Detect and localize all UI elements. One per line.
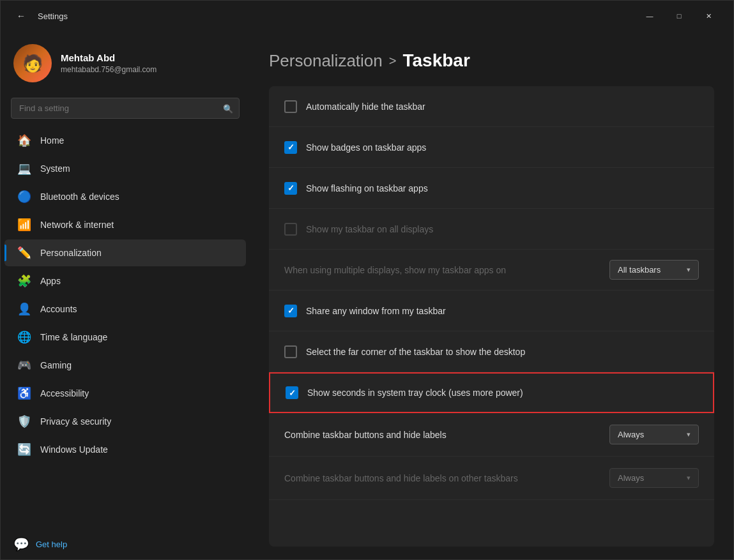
nav-apps-label: Apps: [40, 276, 61, 286]
content-area: 🧑 Mehtab Abd mehtababd.756@gmail.com 🔍 🏠…: [1, 31, 733, 559]
label-share-window: Share any window from my taskbar: [306, 306, 446, 316]
combine-buttons-dropdown[interactable]: Always ▾: [609, 425, 699, 444]
nav-accounts[interactable]: 👤 Accounts: [4, 296, 246, 322]
setting-show-flashing: Show flashing on taskbar apps: [269, 168, 714, 209]
breadcrumb-arrow: >: [389, 54, 397, 68]
checkbox-show-seconds[interactable]: [286, 386, 298, 399]
chevron-down-icon-3: ▾: [687, 474, 691, 482]
nav-apps[interactable]: 🧩 Apps: [4, 268, 246, 294]
nav-network[interactable]: 📶 Network & internet: [4, 211, 246, 238]
titlebar-left: ← Settings: [11, 6, 68, 26]
multi-display-label: When using multiple displays, show my ta…: [284, 265, 600, 275]
label-far-corner: Select the far corner of the taskbar to …: [306, 347, 525, 357]
system-icon: 💻: [17, 162, 31, 176]
checkbox-share-window[interactable]: [284, 305, 297, 317]
get-help-link[interactable]: Get help: [36, 540, 67, 549]
multi-display-label-block: When using multiple displays, show my ta…: [284, 265, 600, 275]
page-header: Personalization > Taskbar: [269, 50, 714, 71]
label-show-seconds: Show seconds in system tray clock (uses …: [307, 388, 523, 398]
nav-personalization-label: Personalization: [40, 248, 102, 258]
nav-accessibility[interactable]: ♿ Accessibility: [4, 380, 246, 407]
main-content: Personalization > Taskbar Automatically …: [250, 31, 733, 559]
titlebar: ← Settings — □ ✕: [1, 1, 733, 31]
combine-other-value: Always: [618, 473, 644, 483]
label-all-displays: Show my taskbar on all displays: [306, 224, 433, 234]
breadcrumb: Personalization: [269, 51, 383, 71]
nav-update-label: Windows Update: [40, 444, 108, 455]
window-controls: — □ ✕: [635, 6, 723, 26]
nav-home-label: Home: [40, 135, 64, 146]
help-icon: 💬: [13, 536, 29, 552]
search-box: 🔍: [11, 98, 240, 119]
combine-other-dropdown[interactable]: Always ▾: [609, 468, 699, 488]
setting-show-seconds: Show seconds in system tray clock (uses …: [269, 372, 714, 413]
setting-combine-buttons: Combine taskbar buttons and hide labels …: [269, 413, 714, 457]
checkbox-all-displays[interactable]: [284, 223, 297, 236]
label-auto-hide: Automatically hide the taskbar: [306, 102, 425, 112]
minimize-button[interactable]: —: [635, 6, 664, 26]
setting-far-corner: Select the far corner of the taskbar to …: [269, 331, 714, 372]
window-title: Settings: [38, 11, 68, 21]
maximize-button[interactable]: □: [664, 6, 694, 26]
nav-personalization[interactable]: ✏️ Personalization: [4, 239, 246, 266]
checkbox-show-flashing[interactable]: [284, 182, 297, 195]
accessibility-icon: ♿: [17, 386, 31, 400]
checkbox-auto-hide[interactable]: [284, 100, 297, 113]
nav-time[interactable]: 🌐 Time & language: [4, 324, 246, 351]
nav-privacy[interactable]: 🛡️ Privacy & security: [4, 408, 246, 435]
setting-all-displays: Show my taskbar on all displays: [269, 209, 714, 250]
user-profile[interactable]: 🧑 Mehtab Abd mehtababd.756@gmail.com: [1, 31, 250, 93]
label-combine-buttons: Combine taskbar buttons and hide labels: [284, 430, 600, 440]
sidebar: 🧑 Mehtab Abd mehtababd.756@gmail.com 🔍 🏠…: [1, 31, 250, 559]
multi-display-dropdown[interactable]: All taskbars ▾: [609, 260, 699, 280]
update-icon: 🔄: [17, 443, 31, 457]
nav-time-label: Time & language: [40, 332, 107, 342]
apps-icon: 🧩: [17, 274, 31, 288]
setting-combine-other: Combine taskbar buttons and hide labels …: [269, 457, 714, 500]
chevron-down-icon: ▾: [687, 266, 691, 274]
setting-share-window: Share any window from my taskbar: [269, 291, 714, 331]
bluetooth-icon: 🔵: [17, 190, 31, 204]
page-title: Taskbar: [402, 50, 470, 71]
nav-accessibility-label: Accessibility: [40, 388, 89, 398]
personalization-icon: ✏️: [17, 246, 31, 260]
nav-system[interactable]: 💻 System: [4, 155, 246, 182]
setting-show-badges: Show badges on taskbar apps: [269, 127, 714, 168]
checkbox-show-badges[interactable]: [284, 141, 297, 154]
nav-gaming[interactable]: 🎮 Gaming: [4, 352, 246, 379]
setting-multi-display: When using multiple displays, show my ta…: [269, 250, 714, 291]
active-indicator: [4, 245, 6, 261]
nav-bluetooth[interactable]: 🔵 Bluetooth & devices: [4, 183, 246, 210]
accounts-icon: 👤: [17, 302, 31, 316]
close-button[interactable]: ✕: [694, 6, 723, 26]
multi-display-value: All taskbars: [618, 265, 661, 275]
user-info: Mehtab Abd mehtababd.756@gmail.com: [61, 52, 157, 74]
user-name: Mehtab Abd: [61, 52, 157, 63]
gaming-icon: 🎮: [17, 358, 31, 372]
home-icon: 🏠: [17, 133, 31, 148]
network-icon: 📶: [17, 218, 31, 232]
label-show-badges: Show badges on taskbar apps: [306, 142, 426, 153]
nav-network-label: Network & internet: [40, 220, 114, 230]
nav-privacy-label: Privacy & security: [40, 416, 111, 427]
label-show-flashing: Show flashing on taskbar apps: [306, 183, 428, 193]
chevron-down-icon-2: ▾: [687, 430, 691, 439]
combine-buttons-value: Always: [618, 430, 644, 439]
label-combine-other: Combine taskbar buttons and hide labels …: [284, 473, 600, 483]
nav-system-label: System: [40, 163, 70, 174]
search-input[interactable]: [11, 98, 240, 119]
back-button[interactable]: ←: [11, 6, 31, 26]
nav-gaming-label: Gaming: [40, 360, 72, 370]
time-icon: 🌐: [17, 330, 31, 344]
get-help-section[interactable]: 💬 Get help: [1, 529, 250, 559]
setting-auto-hide: Automatically hide the taskbar: [269, 86, 714, 127]
nav-update[interactable]: 🔄 Windows Update: [4, 436, 246, 463]
nav-bluetooth-label: Bluetooth & devices: [40, 192, 119, 202]
checkbox-far-corner[interactable]: [284, 345, 297, 358]
privacy-icon: 🛡️: [17, 414, 31, 428]
user-email: mehtababd.756@gmail.com: [61, 65, 157, 74]
settings-window: ← Settings — □ ✕ 🧑 Mehtab Abd mehtababd.…: [0, 0, 734, 560]
nav-accounts-label: Accounts: [40, 304, 77, 314]
avatar: 🧑: [13, 44, 52, 82]
nav-home[interactable]: 🏠 Home: [4, 127, 246, 154]
